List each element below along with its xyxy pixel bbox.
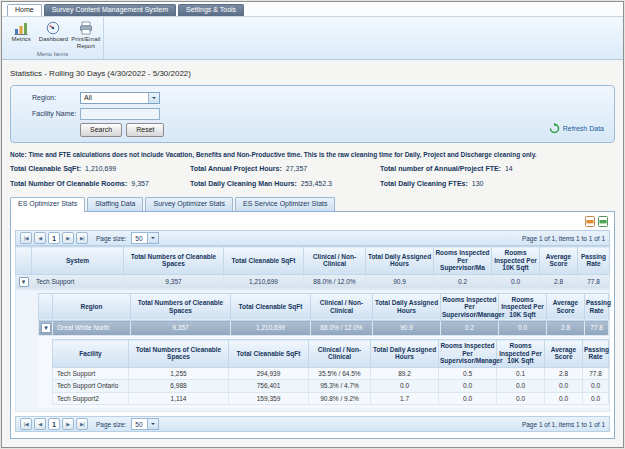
pager-page-1-button[interactable]: 1 xyxy=(48,232,60,244)
column-header: Passing Rate xyxy=(578,247,610,275)
pager-status: Page 1 of 1, items 1 to 1 of 1 xyxy=(522,235,605,242)
gauge-icon xyxy=(46,21,60,35)
stats-grid-panel: 1 Page size: 50 Page 1 of 1, items 1 to … xyxy=(10,212,615,439)
column-header: Region xyxy=(53,293,131,321)
pager-top: 1 Page size: 50 Page 1 of 1, items 1 to … xyxy=(15,230,610,246)
tab-es-optimizer-stats[interactable]: ES Optimizer Stats xyxy=(10,197,85,212)
column-header: Total Daily Assigned Hours xyxy=(366,247,434,275)
ribbon-item-label: Metrics xyxy=(11,36,30,43)
last-page-icon xyxy=(80,422,84,427)
totals-summary: Total Cleanable SqFt:1,210,699 Total Ann… xyxy=(10,165,615,187)
total-cleanable-sqft: Total Cleanable SqFt:1,210,699 xyxy=(10,165,190,172)
cell: 2.8 xyxy=(545,367,583,380)
pager-page-1-button[interactable]: 1 xyxy=(48,418,60,430)
ribbon-item-metrics[interactable]: Metrics xyxy=(6,20,36,44)
cell: 0.0 xyxy=(439,380,497,393)
ribbon-group-menu-items: Metrics Dashboard Prin xyxy=(2,17,104,59)
cell: 0.2 xyxy=(441,321,499,336)
pager-prev-button[interactable] xyxy=(34,232,46,244)
ribbon-item-print-email-report[interactable]: Print/Email Report xyxy=(71,20,101,50)
column-header: Clinical / Non-Clinical xyxy=(309,340,371,368)
pager-prev-button[interactable] xyxy=(34,418,46,430)
column-header: Passing Rate xyxy=(585,293,609,321)
stats-tabstrip: ES Optimizer Stats Staffing Data Survey … xyxy=(10,197,615,212)
tab-survey-optimizer-stats[interactable]: Survey Optimizer Stats xyxy=(145,197,233,211)
system-row-tech-support[interactable]: Tech Support 9,357 1,210,699 88.0% / 12.… xyxy=(16,274,610,289)
export-excel-icon[interactable] xyxy=(598,216,608,227)
cell: 1,210,699 xyxy=(224,274,304,289)
cell: 0.2 xyxy=(434,274,492,289)
facility-row-tech-support-ontario[interactable]: Tech Support Ontario 6,988 756,401 95.3%… xyxy=(53,380,609,393)
pager-last-button[interactable] xyxy=(76,418,88,430)
chevron-down-icon xyxy=(148,93,159,103)
reset-button[interactable]: Reset xyxy=(126,123,164,137)
region-grid: Region Total Numbers of Cleanable Spaces… xyxy=(38,293,609,337)
cell: 90.8% / 9.2% xyxy=(309,392,371,405)
next-page-icon xyxy=(66,422,69,427)
page-size-select[interactable]: 50 xyxy=(131,232,159,244)
facility-row-tech-support[interactable]: Tech Support 1,255 294,939 35.5% / 64.5%… xyxy=(53,367,609,380)
pager-first-button[interactable] xyxy=(20,232,32,244)
cell: 9,357 xyxy=(124,274,224,289)
column-header: Total Cleanable SqFt xyxy=(231,293,311,321)
page-size-label: Page size: xyxy=(96,235,126,242)
cell: 159,359 xyxy=(229,392,309,405)
menu-tab-survey-content-management-system[interactable]: Survey Content Management System xyxy=(44,4,176,16)
pager-last-button[interactable] xyxy=(76,232,88,244)
column-header: Passing Rate xyxy=(583,340,609,368)
column-header: Average Score xyxy=(540,247,578,275)
facility-name-cell: Tech Support xyxy=(53,367,129,380)
chevron-down-icon xyxy=(42,324,50,332)
cell: 2.8 xyxy=(540,274,578,289)
page-size-select[interactable]: 50 xyxy=(131,418,159,430)
cell: 9,357 xyxy=(131,321,231,336)
refresh-data-button[interactable]: Refresh Data xyxy=(549,123,604,134)
pager-first-button[interactable] xyxy=(20,418,32,430)
column-header: System xyxy=(32,247,124,275)
filter-panel: Region: All Facility Name: Search Reset xyxy=(10,85,615,143)
pager-bottom: 1 Page size: 50 Page 1 of 1, items 1 to … xyxy=(15,416,610,432)
page-content: Statistics - Rolling 30 Days (4/30/2022 … xyxy=(2,60,623,439)
cell: 90.9 xyxy=(373,321,441,336)
menu-tab-settings-tools[interactable]: Settings & Tools xyxy=(178,4,244,16)
column-header: Total Cleanable SqFt xyxy=(224,247,304,275)
cell: 95.3% / 4.7% xyxy=(309,380,371,393)
column-header: Clinical / Non-Clinical xyxy=(304,247,366,275)
ribbon-item-label: Print/Email Report xyxy=(71,36,101,49)
facility-name-input[interactable] xyxy=(80,108,160,120)
collapse-row-button[interactable] xyxy=(19,277,29,287)
search-button[interactable]: Search xyxy=(80,123,122,137)
column-header: Total Daily Assigned Hours xyxy=(371,340,439,368)
facility-name-cell: Tech Support2 xyxy=(53,392,129,405)
column-header: Rooms Inspected Per Supervisor/Manager xyxy=(441,293,499,321)
chevron-down-icon xyxy=(147,419,158,429)
tab-staffing-data[interactable]: Staffing Data xyxy=(87,197,143,211)
pager-next-button[interactable] xyxy=(62,418,74,430)
facility-grid: Facility Total Numbers of Cleanable Spac… xyxy=(52,339,609,405)
export-pdf-icon[interactable] xyxy=(585,216,595,227)
collapse-row-button[interactable] xyxy=(41,323,51,333)
region-select[interactable]: All xyxy=(80,92,160,104)
menu-tab-home[interactable]: Home xyxy=(7,4,42,16)
cell: 35.5% / 64.5% xyxy=(309,367,371,380)
cell: 77.8 xyxy=(585,321,609,336)
system-name-cell: Tech Support xyxy=(32,274,124,289)
column-header: Facility xyxy=(53,340,129,368)
refresh-icon xyxy=(549,123,560,134)
cell: 1.7 xyxy=(371,392,439,405)
column-header: Rooms Inspected Per 10K Sqft xyxy=(497,340,545,368)
tab-es-service-optimizer-stats[interactable]: ES Service Optimizer Stats xyxy=(235,197,335,211)
facility-row-tech-support2[interactable]: Tech Support2 1,114 159,359 90.8% / 9.2%… xyxy=(53,392,609,405)
column-header: Clinical / Non-Clinical xyxy=(311,293,373,321)
first-page-icon xyxy=(24,422,28,427)
cell: 1,210,699 xyxy=(231,321,311,336)
region-row-great-white-north[interactable]: Great White North 9,357 1,210,699 88.0% … xyxy=(39,321,609,336)
total-annual-project-hours: Total Annual Project Hours:27,357 xyxy=(190,165,380,172)
column-header: Rooms Inspected Per 10K Sqft xyxy=(499,293,547,321)
facility-name-cell: Tech Support Ontario xyxy=(53,380,129,393)
cell: 2.8 xyxy=(547,321,585,336)
cell: 0.0 xyxy=(499,321,547,336)
prev-page-icon xyxy=(38,236,41,241)
ribbon-item-dashboard[interactable]: Dashboard xyxy=(38,20,68,44)
pager-next-button[interactable] xyxy=(62,232,74,244)
